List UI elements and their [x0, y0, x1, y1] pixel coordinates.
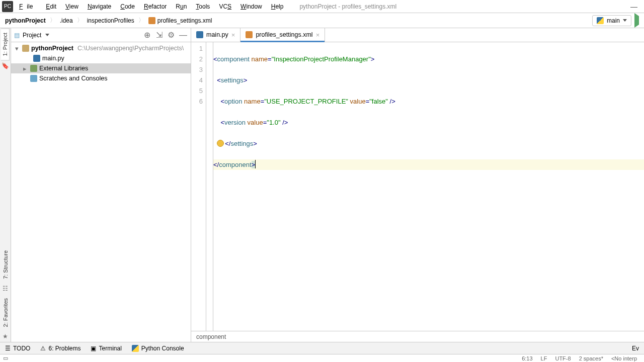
chevron-down-icon: [623, 19, 627, 22]
crumb-file[interactable]: profiles_settings.xml: [145, 16, 215, 25]
code-line: <option name="USE_PROJECT_PROFILE" value…: [213, 96, 644, 107]
line-number: 6: [191, 96, 203, 107]
status-left-icon[interactable]: ▭: [3, 355, 8, 361]
run-button[interactable]: [634, 16, 639, 25]
editor-tabs: main.py × profiles_settings.xml ×: [191, 28, 644, 42]
project-tool-window: ▤ Project ⊕ ⇲ ⚙ — ▾ pythonProject C:\Use…: [11, 28, 191, 342]
status-line-separator[interactable]: LF: [537, 355, 551, 361]
crumb-inspection[interactable]: inspectionProfiles: [84, 16, 137, 25]
caret: [255, 160, 256, 168]
todo-icon: ☰: [5, 345, 11, 352]
status-encoding[interactable]: UTF-8: [551, 355, 575, 361]
status-position[interactable]: 6:13: [518, 355, 536, 361]
tree-scratches-label: Scratches and Consoles: [39, 75, 108, 82]
editor-breadcrumb[interactable]: component: [191, 331, 644, 342]
left-tool-rail: 1: Project 🔖 7: Structure ☷ 2: Favorites…: [0, 28, 11, 342]
project-tree: ▾ pythonProject C:\Users\wangpeng\Pychar…: [11, 42, 191, 84]
line-number: 1: [191, 43, 203, 54]
xml-file-icon: [246, 31, 253, 38]
menu-edit[interactable]: Edit: [42, 2, 60, 12]
play-icon: [634, 13, 639, 28]
star-icon[interactable]: ★: [3, 331, 8, 342]
twisty-icon[interactable]: ▸: [23, 65, 28, 72]
menu-view[interactable]: View: [61, 2, 83, 12]
gear-icon[interactable]: ⚙: [167, 31, 176, 40]
hide-icon[interactable]: —: [179, 31, 188, 40]
structure-icon[interactable]: ☷: [3, 283, 8, 294]
close-icon[interactable]: ×: [231, 31, 235, 39]
tree-root[interactable]: ▾ pythonProject C:\Users\wangpeng\Pychar…: [11, 43, 191, 53]
crumb-sep-icon: 〉: [138, 16, 144, 25]
fold-strip[interactable]: [206, 42, 213, 331]
crumb-sep-icon: 〉: [77, 16, 83, 25]
menu-tools[interactable]: Tools: [192, 2, 214, 12]
crumb-project[interactable]: pythonProject: [2, 16, 49, 25]
crumb-inspection-label: inspectionProfiles: [87, 17, 134, 24]
lightbulb-icon[interactable]: [217, 140, 224, 147]
expand-all-icon[interactable]: ⇲: [154, 31, 164, 40]
status-bar: ▭ 6:13 LF UTF-8 2 spaces* <No interp: [0, 354, 644, 362]
code-editor[interactable]: <component name="InspectionProjectProfil…: [213, 42, 644, 331]
warning-icon: ⚠: [40, 345, 46, 352]
project-tool-header: ▤ Project ⊕ ⇲ ⚙ —: [11, 28, 191, 42]
line-number-gutter: 1 2 3 4 5 6: [191, 42, 206, 331]
breadcrumbs: pythonProject 〉 .idea 〉 inspectionProfil…: [2, 16, 215, 25]
bookmark-icon[interactable]: 🔖: [2, 60, 9, 71]
menubar: File Edit View Navigate Code Refactor Ru…: [15, 2, 287, 12]
menu-run[interactable]: Run: [172, 2, 191, 12]
run-configuration-label: main: [607, 17, 620, 24]
tree-root-label: pythonProject: [31, 45, 73, 52]
chevron-down-icon: [45, 34, 49, 36]
menu-window[interactable]: Window: [236, 2, 266, 12]
tab-profiles-settings-label: profiles_settings.xml: [256, 31, 312, 38]
menu-help[interactable]: Help: [267, 2, 288, 12]
locate-icon[interactable]: ⊕: [142, 31, 151, 40]
crumb-idea-label: .idea: [60, 17, 73, 24]
run-configuration-selector[interactable]: main: [592, 15, 631, 26]
crumb-sep-icon: 〉: [50, 16, 56, 25]
menu-code[interactable]: Code: [116, 2, 139, 12]
rail-project-tab[interactable]: 1: Project: [1, 28, 10, 60]
tab-main[interactable]: main.py ×: [191, 28, 240, 42]
window-controls: —: [624, 0, 644, 13]
terminal-button[interactable]: ▣Terminal: [86, 342, 126, 354]
code-line-current: </component>: [213, 159, 644, 170]
window-title: pythonProject - profiles_settings.xml: [299, 3, 396, 10]
close-icon[interactable]: ×: [316, 31, 320, 39]
code-line: <settings>: [213, 75, 644, 85]
line-number: 4: [191, 75, 203, 85]
title-project: pythonProject: [299, 3, 336, 10]
main-area: 1: Project 🔖 7: Structure ☷ 2: Favorites…: [0, 28, 644, 342]
python-console-button[interactable]: Python Console: [127, 342, 189, 354]
tree-file-main[interactable]: main.py: [11, 53, 191, 63]
menu-file[interactable]: File: [15, 2, 41, 12]
event-log-button[interactable]: Ev: [624, 342, 644, 354]
menu-vcs[interactable]: VCS: [215, 2, 235, 12]
menu-refactor[interactable]: Refactor: [140, 2, 171, 12]
editor-area: main.py × profiles_settings.xml × 1 2 3 …: [191, 28, 644, 342]
tree-external-libraries[interactable]: ▸ External Libraries: [11, 63, 191, 73]
status-interpreter[interactable]: <No interp: [607, 355, 641, 361]
project-icon: ▤: [14, 32, 20, 39]
todo-button[interactable]: ☰TODO: [0, 342, 35, 354]
terminal-label: Terminal: [99, 345, 121, 352]
folder-icon: [22, 45, 29, 52]
python-icon: [132, 345, 139, 352]
tree-scratches[interactable]: ▸ Scratches and Consoles: [11, 73, 191, 83]
tree-file-main-label: main.py: [42, 55, 64, 62]
library-icon: [30, 65, 37, 72]
status-indent[interactable]: 2 spaces*: [575, 355, 607, 361]
code-line: <version value="1.0" />: [213, 117, 644, 128]
minimize-button[interactable]: —: [624, 0, 644, 13]
menu-navigate[interactable]: Navigate: [84, 2, 115, 12]
crumb-idea[interactable]: .idea: [57, 16, 76, 25]
line-number: 2: [191, 54, 203, 64]
twisty-icon[interactable]: ▾: [15, 45, 20, 52]
tab-profiles-settings[interactable]: profiles_settings.xml ×: [240, 28, 325, 42]
rail-structure-tab[interactable]: 7: Structure: [2, 246, 10, 283]
titlebar: PC File Edit View Navigate Code Refactor…: [0, 0, 644, 13]
project-tool-title[interactable]: ▤ Project: [14, 32, 49, 39]
xml-file-icon: [148, 17, 155, 24]
rail-favorites-tab[interactable]: 2: Favorites: [2, 294, 10, 331]
problems-button[interactable]: ⚠6: Problems: [35, 342, 86, 354]
